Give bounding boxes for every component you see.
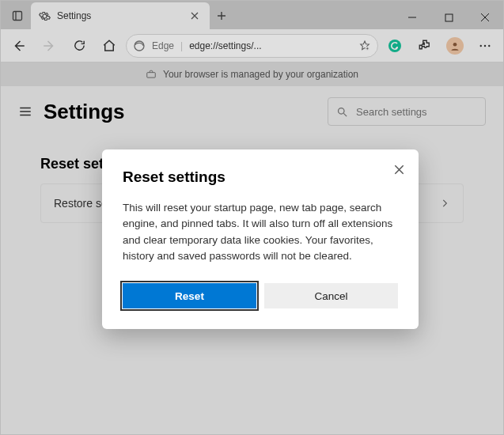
dialog-title: Reset settings xyxy=(123,168,398,186)
reset-settings-dialog: Reset settings This will reset your star… xyxy=(102,149,419,329)
reset-button[interactable]: Reset xyxy=(123,283,256,308)
dialog-close-icon[interactable] xyxy=(390,161,407,178)
cancel-button[interactable]: Cancel xyxy=(264,283,398,308)
dialog-body: This will reset your startup page, new t… xyxy=(123,200,398,264)
